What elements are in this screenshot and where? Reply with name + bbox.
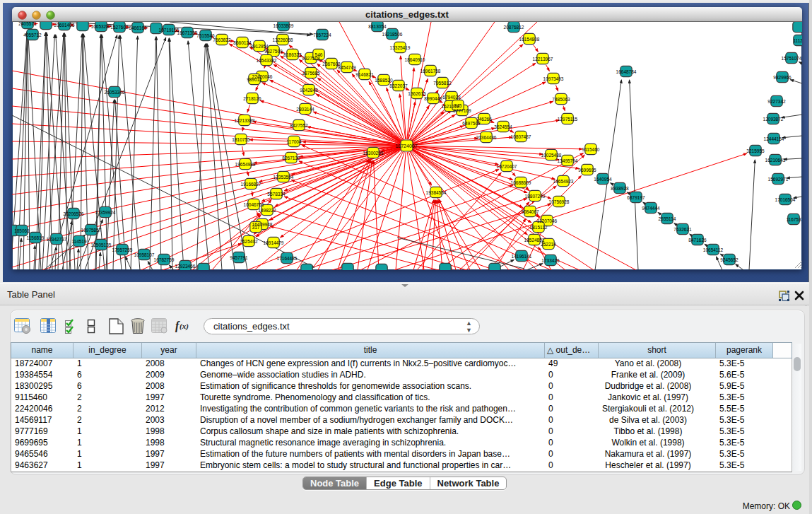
svg-text:13226058: 13226058 [273, 37, 293, 42]
svg-text:16961758: 16961758 [420, 69, 441, 74]
svg-text:3875685: 3875685 [302, 71, 320, 76]
svg-text:16914479: 16914479 [264, 240, 284, 245]
svg-text:15720407: 15720407 [497, 164, 517, 169]
svg-text:11207046: 11207046 [537, 218, 558, 223]
svg-text:9699695: 9699695 [578, 168, 596, 173]
svg-text:1498222: 1498222 [258, 208, 276, 213]
svg-text:10688609: 10688609 [511, 180, 531, 185]
svg-text:317: 317 [252, 225, 260, 230]
svg-text:10973493: 10973493 [543, 76, 564, 81]
svg-text:16648784: 16648784 [616, 69, 637, 74]
svg-text:8912954: 8912954 [250, 44, 269, 49]
svg-text:16210643: 16210643 [765, 158, 786, 163]
svg-text:15692971: 15692971 [768, 177, 789, 182]
svg-text:1640954: 1640954 [594, 177, 612, 182]
svg-text:10756928: 10756928 [549, 199, 570, 204]
svg-text:10958107: 10958107 [134, 252, 155, 257]
svg-text:16671355: 16671355 [177, 30, 198, 35]
svg-text:185061: 185061 [14, 228, 30, 233]
svg-text:17164485: 17164485 [277, 256, 298, 261]
svg-text:8660124: 8660124 [233, 40, 252, 45]
svg-text:7857224: 7857224 [313, 33, 331, 37]
svg-text:11124: 11124 [793, 38, 802, 43]
svg-text:8322037: 8322037 [389, 83, 408, 88]
svg-text:8267130: 8267130 [282, 156, 300, 160]
svg-text:9146821: 9146821 [355, 72, 374, 77]
svg-text:845: 845 [454, 103, 462, 108]
svg-text:9084067: 9084067 [521, 209, 539, 214]
svg-text:6794028: 6794028 [442, 95, 461, 100]
svg-text:16543382: 16543382 [257, 58, 277, 63]
svg-text:7625402: 7625402 [240, 239, 258, 244]
svg-text:8813054: 8813054 [368, 24, 387, 29]
svg-text:9829966: 9829966 [773, 75, 792, 80]
svg-text:3624554: 3624554 [494, 124, 512, 129]
svg-text:20876812: 20876812 [504, 25, 524, 30]
svg-text:7663822: 7663822 [213, 37, 231, 42]
svg-text:9457791: 9457791 [230, 255, 248, 260]
svg-text:546: 546 [315, 52, 323, 57]
svg-text:10807487: 10807487 [511, 134, 531, 139]
svg-text:9327509: 9327509 [264, 49, 283, 54]
svg-text:19654988: 19654988 [235, 162, 256, 167]
svg-text:17016504: 17016504 [775, 197, 796, 202]
svg-text:6497508: 6497508 [462, 121, 481, 126]
svg-text:12093872: 12093872 [763, 117, 784, 122]
svg-text:114519: 114519 [71, 239, 87, 244]
svg-text:5578334: 5578334 [267, 192, 286, 197]
svg-text:15751074: 15751074 [782, 56, 802, 61]
svg-text:16033809: 16033809 [273, 23, 294, 28]
svg-text:13495794: 13495794 [558, 158, 578, 163]
svg-text:7632621: 7632621 [673, 227, 692, 232]
svg-text:8938928: 8938928 [611, 186, 629, 191]
svg-text:6466160: 6466160 [129, 25, 147, 30]
svg-text:7515546: 7515546 [196, 33, 215, 38]
svg-text:10654112: 10654112 [703, 247, 724, 252]
svg-text:10653287: 10653287 [91, 24, 112, 29]
svg-text:19166827: 19166827 [241, 182, 261, 187]
svg-text:14196141: 14196141 [512, 254, 532, 259]
svg-text:12213967: 12213967 [533, 57, 553, 62]
svg-text:9474444: 9474444 [642, 206, 660, 211]
svg-text:2803144: 2803144 [296, 107, 314, 112]
svg-text:12444154: 12444154 [764, 136, 784, 141]
svg-text:9115460: 9115460 [582, 147, 600, 152]
svg-text:12975115: 12975115 [558, 117, 578, 122]
svg-text:10719155: 10719155 [159, 28, 180, 33]
svg-text:9245652: 9245652 [720, 257, 739, 262]
svg-text:1156819: 1156819 [27, 235, 45, 240]
svg-text:18807249: 18807249 [525, 194, 546, 199]
svg-text:18640910: 18640910 [405, 57, 425, 62]
svg-text:1362615: 1362615 [408, 91, 426, 96]
svg-text:989012: 989012 [247, 77, 262, 82]
svg-text:8427552: 8427552 [290, 123, 308, 128]
svg-text:7485063: 7485063 [552, 97, 570, 102]
svg-text:1588520: 1588520 [375, 78, 393, 83]
svg-text:17957255: 17957255 [112, 247, 133, 252]
svg-text:2935114: 2935114 [659, 216, 676, 221]
svg-text:16154808: 16154808 [519, 37, 540, 42]
svg-text:117004: 117004 [286, 139, 302, 144]
svg-text:18724007: 18724007 [395, 144, 417, 148]
svg-text:(x): (x) [180, 322, 189, 331]
svg-text:10046766: 10046766 [244, 202, 264, 207]
svg-text:12353594: 12353594 [273, 175, 294, 180]
svg-text:19218506: 19218506 [382, 32, 403, 37]
svg-text:1815112: 1815112 [530, 225, 548, 230]
svg-text:18300295: 18300295 [363, 151, 384, 156]
svg-text:6879197: 6879197 [627, 195, 645, 200]
svg-text:9242848: 9242848 [300, 88, 318, 93]
svg-text:9777169: 9777169 [453, 108, 471, 113]
svg-text:12213389: 12213389 [235, 118, 255, 123]
svg-text:20364436: 20364436 [476, 135, 497, 140]
svg-text:20206576: 20206576 [64, 211, 84, 216]
svg-text:2718126: 2718126 [243, 96, 261, 101]
svg-text:26053346: 26053346 [105, 90, 125, 95]
svg-text:19654923: 19654923 [553, 179, 574, 184]
svg-text:7955812: 7955812 [433, 81, 452, 86]
svg-text:8471626: 8471626 [688, 238, 707, 243]
svg-text:12505135: 12505135 [91, 243, 112, 247]
svg-text:116753: 116753 [786, 217, 801, 222]
svg-text:252214: 252214 [541, 242, 556, 247]
svg-text:12923466: 12923466 [175, 264, 196, 269]
